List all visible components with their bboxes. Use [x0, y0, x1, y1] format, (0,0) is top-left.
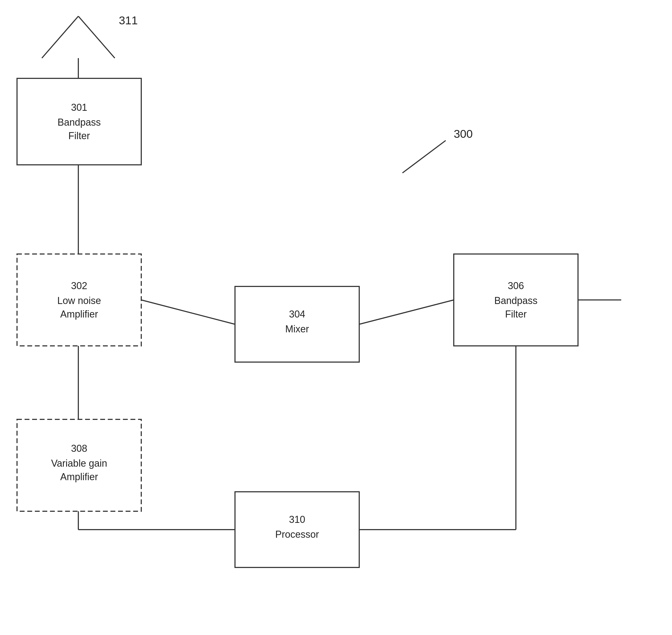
block-306-number: 306: [508, 280, 524, 291]
block-310-line1: Processor: [275, 529, 319, 540]
block-308-line2: Amplifier: [60, 471, 98, 482]
block-302-number: 302: [71, 280, 87, 291]
diagram-container: 311 301 Bandpass Filter 302 Low noise Am…: [0, 0, 672, 635]
block-306-line2: Filter: [505, 309, 527, 320]
block-310-number: 310: [289, 514, 305, 525]
block-306-line1: Bandpass: [494, 295, 537, 306]
antenna-label: 311: [119, 14, 138, 27]
block-302-line2: Amplifier: [60, 309, 98, 320]
block-301-line2: Filter: [68, 130, 90, 141]
block-304-line1: Mixer: [285, 324, 309, 334]
block-301-number: 301: [71, 102, 87, 113]
svg-line-0: [42, 16, 78, 58]
block-308-line1: Variable gain: [51, 458, 107, 469]
ref-300-label: 300: [454, 128, 473, 140]
block-301-line1: Bandpass: [58, 117, 101, 128]
svg-line-13: [402, 140, 446, 173]
svg-line-5: [141, 300, 235, 324]
block-302-line1: Low noise: [57, 295, 101, 306]
block-304-number: 304: [289, 309, 305, 320]
block-308-number: 308: [71, 443, 87, 454]
svg-line-1: [78, 16, 115, 58]
svg-line-6: [359, 300, 454, 324]
